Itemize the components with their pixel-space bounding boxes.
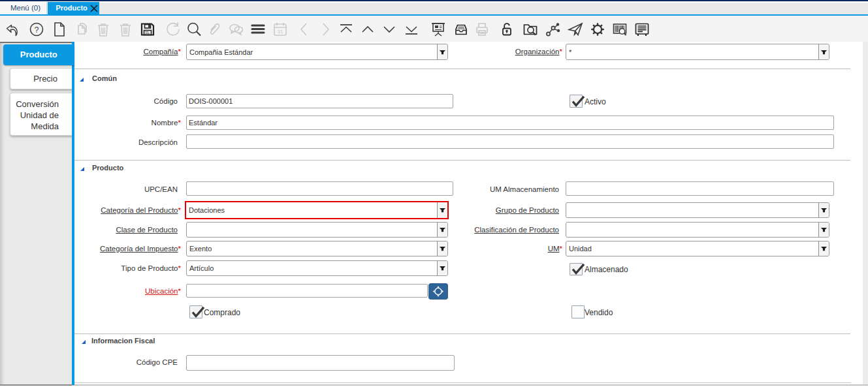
svg-text:31: 31	[278, 29, 283, 35]
svg-text:?: ?	[35, 25, 39, 35]
